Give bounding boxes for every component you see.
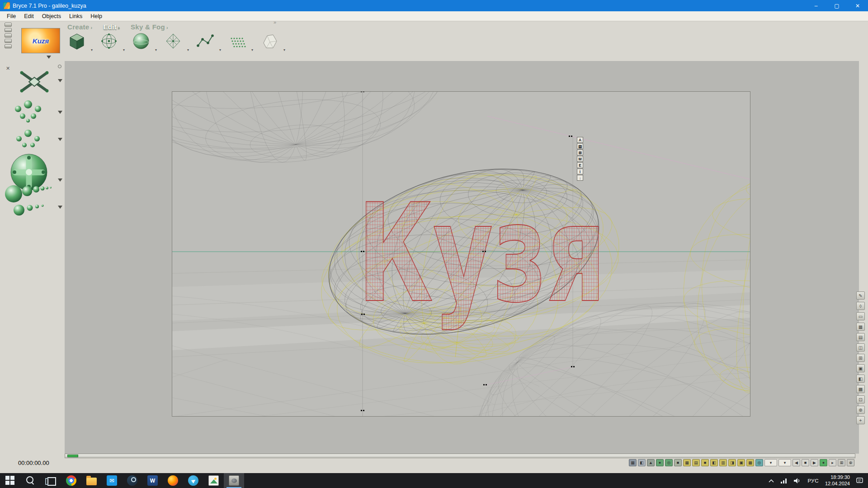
taskbar-bryce[interactable]	[224, 473, 244, 488]
minimize-button[interactable]: –	[806, 0, 826, 11]
plop-render[interactable]: ◎	[665, 459, 673, 466]
family-caret-icon[interactable]	[58, 206, 62, 209]
info-button[interactable]: i	[577, 169, 583, 174]
stop-button[interactable]: ■	[802, 459, 809, 466]
record-button[interactable]: ●	[820, 459, 827, 466]
family-spheres-widget[interactable]	[4, 183, 62, 223]
center-tool[interactable]: ⊡	[856, 395, 865, 404]
menu-links[interactable]: Links	[65, 13, 86, 19]
half-view-tool[interactable]: ◧	[856, 375, 865, 383]
taskbar-telegram[interactable]: ▶	[183, 473, 203, 488]
world-button[interactable]: ⊕	[847, 459, 854, 466]
view-control-widget[interactable]	[6, 66, 62, 98]
timeline-segment[interactable]	[67, 455, 78, 457]
hidden-icons-chevron-icon[interactable]	[768, 479, 774, 483]
attributes-button[interactable]: A	[577, 137, 583, 143]
taskbar-firefox[interactable]	[163, 473, 183, 488]
menu-file[interactable]: File	[3, 13, 20, 19]
preset-bar-icon[interactable]	[5, 44, 12, 48]
edit-button[interactable]: E	[577, 162, 583, 168]
preset-strip[interactable]	[5, 23, 12, 48]
edit-caret-icon[interactable]	[58, 138, 62, 141]
lattice-sphere-tool-icon[interactable]: ▾	[99, 31, 119, 54]
close-button[interactable]: ✕	[847, 0, 868, 11]
camera-1[interactable]: ▦	[683, 459, 691, 466]
trackball-caret-icon[interactable]	[58, 178, 62, 182]
menu-edit[interactable]: Edit	[20, 13, 38, 19]
taskbar-chrome[interactable]	[61, 473, 81, 488]
resize-button[interactable]: ⊞	[577, 150, 583, 155]
tab-edit[interactable]: Edit›	[103, 23, 120, 31]
camera-memory[interactable]: ■	[674, 459, 682, 466]
taskbar-task-view[interactable]	[41, 473, 61, 488]
terrain-tool-icon[interactable]: ▾	[227, 31, 248, 54]
animation-timeline[interactable]	[65, 454, 855, 458]
mesh-tool-icon[interactable]: ▾	[163, 31, 184, 54]
camera-4[interactable]: ◧	[710, 459, 718, 466]
prev-frame[interactable]: ◀	[793, 459, 800, 466]
preset-bar-icon[interactable]	[5, 28, 12, 32]
volume-icon[interactable]	[794, 478, 801, 483]
view-caret-icon[interactable]	[58, 79, 62, 82]
camera-8[interactable]: ▩	[746, 459, 754, 466]
taskbar-paint[interactable]	[203, 473, 224, 488]
camera-2[interactable]: ▤	[692, 459, 700, 466]
render-mode[interactable]: ◧	[638, 459, 646, 466]
fly-around[interactable]: ▲	[647, 459, 655, 466]
expand-button[interactable]: ⊞	[838, 459, 845, 466]
rock-tool-icon[interactable]: ▾	[259, 31, 280, 54]
view-globe[interactable]: ◎	[755, 459, 763, 466]
path-tool-icon[interactable]: ▾	[195, 31, 216, 54]
menu-objects[interactable]: Objects	[38, 13, 65, 19]
camera-6[interactable]: ◨	[728, 459, 736, 466]
view-select[interactable]: ▾	[764, 459, 777, 466]
frame-tool[interactable]: ▭	[856, 312, 865, 320]
split-view-tool[interactable]: ◫	[856, 343, 865, 352]
taskbar-start[interactable]	[0, 473, 20, 488]
edit-cluster-widget[interactable]	[9, 128, 59, 154]
preview-caret-icon[interactable]	[47, 56, 51, 59]
solo-view-tool[interactable]: ▣	[856, 364, 865, 372]
list-button[interactable]: ▤	[577, 143, 583, 149]
cube-tool-icon[interactable]: ▾	[66, 31, 87, 54]
taskbar-steam[interactable]	[122, 473, 142, 488]
taskbar-search[interactable]	[20, 473, 41, 488]
drop-button[interactable]: ↓	[577, 175, 583, 181]
maximize-button[interactable]: ▢	[826, 0, 847, 11]
scene-preview-thumbnail[interactable]: Kuzя	[21, 28, 60, 53]
plus-tool[interactable]: +	[856, 416, 865, 424]
taskbar-explorer[interactable]	[81, 473, 102, 488]
tab-sky-fog[interactable]: Sky & Fog›	[131, 23, 168, 31]
create-caret-icon[interactable]	[58, 111, 62, 114]
camera-3[interactable]: ■	[701, 459, 709, 466]
nano-preview[interactable]: ●	[656, 459, 664, 466]
display-select[interactable]: ▾	[778, 459, 791, 466]
taskbar-clock[interactable]: 18:39:30 12.04.2024	[825, 474, 850, 487]
pattern-tool[interactable]: ▩	[856, 385, 865, 393]
preset-bar-icon[interactable]	[5, 39, 12, 43]
create-cluster-widget[interactable]	[8, 99, 58, 128]
pencil-tool[interactable]: ✎	[856, 291, 865, 300]
grid-view-tool[interactable]: ▦	[856, 323, 865, 331]
next-frame[interactable]: ▶	[811, 459, 818, 466]
camera-7[interactable]: ▣	[737, 459, 745, 466]
network-icon[interactable]	[781, 478, 788, 483]
action-center-icon[interactable]	[856, 478, 863, 483]
preset-bar-icon[interactable]	[5, 23, 12, 27]
taskbar-word[interactable]: W	[142, 473, 163, 488]
render-controls[interactable]: ▦	[629, 459, 637, 466]
scene-viewport[interactable]: Кузя A▤⊞MEi↓	[65, 61, 859, 454]
web-tool[interactable]: ⊕	[856, 406, 865, 414]
preset-bar-icon[interactable]	[5, 33, 12, 38]
toolbar-expander-icon[interactable]: »	[274, 19, 276, 25]
play-button[interactable]: ▸	[829, 459, 836, 466]
camera-5[interactable]: ▥	[719, 459, 727, 466]
material-button[interactable]: M	[577, 156, 583, 162]
add-view-tool[interactable]: ⊞	[856, 354, 865, 362]
language-indicator[interactable]: РУС	[807, 478, 819, 483]
sphere-tool-icon[interactable]: ▾	[131, 31, 151, 54]
menu-help[interactable]: Help	[86, 13, 106, 19]
taskbar-mail[interactable]: ✉	[102, 473, 122, 488]
lasso-tool[interactable]: ◊	[856, 302, 865, 310]
tab-create[interactable]: Create›	[67, 23, 92, 31]
